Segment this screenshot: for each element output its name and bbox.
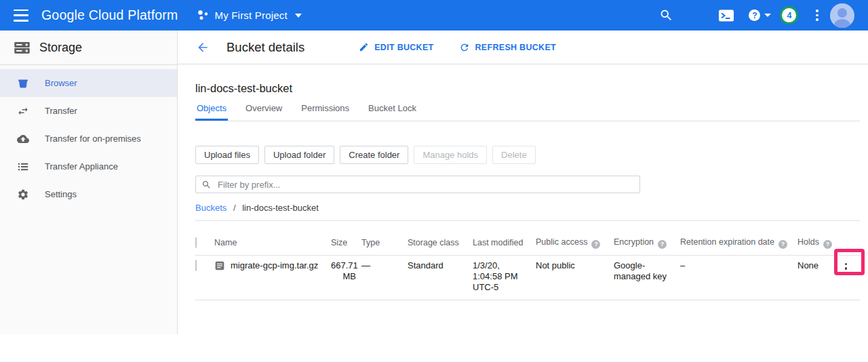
project-name: My First Project: [214, 9, 287, 21]
file-icon: [214, 260, 225, 271]
gear-icon: [17, 188, 29, 201]
sidebar-header: Storage: [0, 31, 177, 65]
edit-bucket-label: EDIT BUCKET: [374, 43, 433, 52]
sidebar-item-label: Transfer Appliance: [45, 161, 118, 172]
column-header-retention: Retention expiration date?: [680, 235, 797, 255]
help-icon[interactable]: ?: [778, 240, 787, 249]
hamburger-icon[interactable]: [14, 9, 30, 22]
upload-files-button[interactable]: Upload files: [195, 146, 259, 164]
pencil-icon: [359, 42, 369, 52]
row-actions-menu-icon[interactable]: [837, 260, 854, 275]
appliance-list-icon: [17, 161, 29, 173]
help-icon[interactable]: ?: [823, 240, 832, 249]
tab-overview[interactable]: Overview: [244, 103, 283, 121]
sidebar-title: Storage: [39, 41, 82, 55]
search-icon: [201, 180, 212, 190]
object-public-access: Not public: [536, 255, 614, 300]
avatar[interactable]: [830, 3, 854, 28]
object-last-modified: 1/3/20, 1:04:58 PM UTC-5: [473, 255, 536, 300]
column-header-holds: Holds?: [797, 235, 837, 255]
help-icon: ?: [749, 9, 760, 21]
main-content: Bucket details EDIT BUCKET REFRESH BUCKE…: [178, 31, 868, 334]
objects-table: Name Size Type Storage class Last modifi…: [195, 235, 860, 300]
table-row: migrate-gcp-img.tar.gz 667.71 MB — Stand…: [195, 255, 860, 300]
project-icon: [197, 9, 209, 21]
avatar-head: [837, 8, 847, 18]
sidebar-item-browser[interactable]: Browser: [0, 69, 177, 97]
sidebar-item-label: Transfer for on-premises: [45, 134, 141, 144]
select-all-checkbox[interactable]: [195, 237, 197, 248]
manage-holds-button[interactable]: Manage holds: [414, 146, 487, 164]
project-selector[interactable]: My First Project: [197, 9, 301, 21]
topbar-actions: ? 4: [659, 3, 854, 28]
chevron-down-icon: [764, 14, 771, 17]
chevron-down-icon: [295, 14, 302, 18]
help-icon[interactable]: ?: [591, 240, 600, 249]
storage-product-icon: [13, 39, 31, 57]
avatar-torso: [834, 19, 850, 28]
help-icon[interactable]: ?: [658, 240, 667, 249]
edit-bucket-button[interactable]: EDIT BUCKET: [359, 42, 433, 52]
column-header-storage-class: Storage class: [408, 235, 473, 255]
breadcrumb-buckets-link[interactable]: Buckets: [195, 203, 226, 213]
sidebar-item-transfer-on-premises[interactable]: Transfer for on-premises: [0, 125, 177, 153]
sidebar-item-label: Transfer: [45, 106, 77, 116]
sidebar-item-transfer-appliance[interactable]: Transfer Appliance: [0, 153, 177, 180]
upload-folder-button[interactable]: Upload folder: [264, 146, 334, 164]
object-holds: None: [797, 255, 837, 300]
sidebar-item-label: Settings: [45, 189, 77, 199]
table-header-row: Name Size Type Storage class Last modifi…: [195, 235, 860, 255]
cloud-upload-icon: [17, 133, 29, 145]
sidebar-item-settings[interactable]: Settings: [0, 180, 177, 208]
object-type: —: [361, 255, 408, 300]
app-frame: Storage Browser Transfer Transfer for on…: [0, 31, 868, 334]
page-title: Bucket details: [226, 40, 304, 55]
create-folder-button[interactable]: Create folder: [340, 146, 408, 164]
page-header: Bucket details EDIT BUCKET REFRESH BUCKE…: [178, 31, 868, 64]
row-checkbox[interactable]: [195, 260, 197, 271]
refresh-bucket-button[interactable]: REFRESH BUCKET: [459, 42, 556, 53]
object-retention: –: [680, 255, 797, 300]
object-encryption: Google-managed key: [614, 255, 680, 300]
refresh-bucket-label: REFRESH BUCKET: [475, 43, 556, 52]
sidebar-item-label: Browser: [45, 78, 77, 88]
sidebar-item-transfer[interactable]: Transfer: [0, 97, 177, 125]
sidebar-nav: Browser Transfer Transfer for on-premise…: [0, 65, 177, 208]
refresh-icon: [459, 42, 470, 53]
column-header-type: Type: [361, 235, 408, 255]
column-header-size: Size: [331, 235, 361, 255]
object-name-link[interactable]: migrate-gcp-img.tar.gz: [231, 260, 318, 271]
tab-objects[interactable]: Objects: [195, 103, 228, 121]
sidebar: Storage Browser Transfer Transfer for on…: [0, 31, 178, 334]
object-size: 667.71 MB: [331, 255, 361, 300]
column-header-public-access: Public access?: [536, 235, 614, 255]
object-toolbar: Upload files Upload folder Create folder…: [195, 146, 868, 164]
more-options-icon[interactable]: [816, 9, 818, 22]
breadcrumb-current: lin-docs-test-bucket: [242, 203, 319, 213]
gcp-logo[interactable]: Google Cloud Platform: [41, 7, 178, 23]
bucket-details-panel: lin-docs-test-bucket Objects Overview Pe…: [178, 64, 868, 300]
swap-arrows-icon: [17, 105, 29, 117]
delete-button[interactable]: Delete: [492, 146, 536, 164]
bucket-tabs: Objects Overview Permissions Bucket Lock: [195, 103, 860, 121]
back-arrow-icon[interactable]: [196, 41, 210, 54]
filter-prefix-input[interactable]: [216, 179, 634, 190]
column-header-last-modified: Last modified: [473, 235, 536, 255]
search-icon[interactable]: [659, 8, 673, 22]
help-menu[interactable]: ?: [749, 9, 771, 21]
divider: [195, 220, 860, 221]
breadcrumb: Buckets / lin-docs-test-bucket: [195, 203, 868, 213]
breadcrumb-separator: /: [233, 203, 236, 213]
bucket-icon: [17, 77, 29, 89]
tab-bucket-lock[interactable]: Bucket Lock: [367, 103, 418, 121]
top-app-bar: Google Cloud Platform My First Project ?…: [0, 0, 868, 31]
column-header-encryption: Encryption?: [614, 235, 680, 255]
tab-permissions[interactable]: Permissions: [300, 103, 351, 121]
notifications-badge[interactable]: 4: [780, 6, 798, 24]
object-storage-class: Standard: [408, 255, 473, 300]
column-header-name: Name: [214, 235, 331, 255]
bucket-name: lin-docs-test-bucket: [195, 82, 868, 95]
cloud-shell-icon[interactable]: [718, 9, 734, 22]
filter-prefix-field[interactable]: [195, 176, 640, 193]
